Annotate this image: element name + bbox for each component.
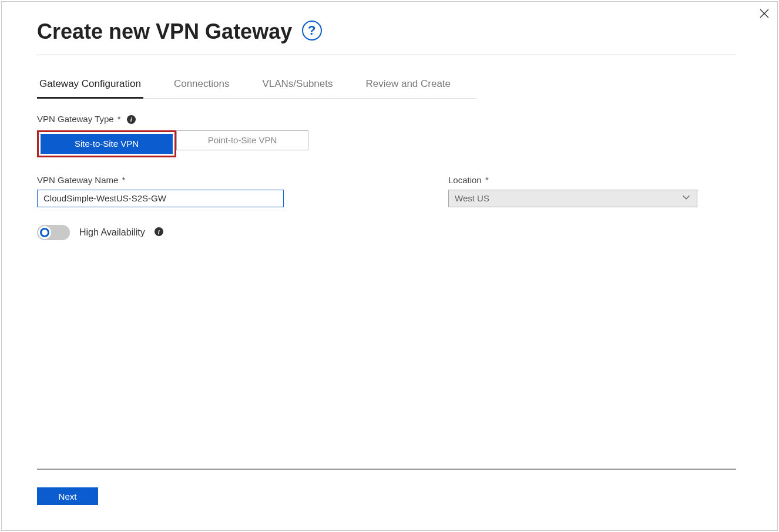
help-icon[interactable]: ? [302, 21, 322, 41]
location-label-text: Location [448, 175, 482, 185]
tab-vlans-subnets[interactable]: VLANs/Subnets [260, 78, 335, 99]
gateway-type-toggle: Site-to-Site VPN Point-to-Site VPN [37, 130, 736, 157]
gateway-name-label-text: VPN Gateway Name [37, 175, 118, 185]
required-asterisk: * [117, 114, 121, 124]
gateway-name-label: VPN Gateway Name * [37, 175, 284, 185]
page-title: Create new VPN Gateway [37, 19, 292, 44]
highlight-box: Site-to-Site VPN [37, 130, 176, 157]
high-availability-toggle[interactable] [37, 225, 70, 240]
tab-connections[interactable]: Connections [172, 78, 232, 99]
toggle-knob-icon [38, 226, 51, 239]
location-label: Location * [448, 175, 697, 185]
info-icon[interactable]: i [127, 115, 136, 124]
tab-gateway-configuration[interactable]: Gateway Configuration [37, 78, 143, 99]
gateway-type-label: VPN Gateway Type * i [37, 114, 736, 124]
footer-divider [37, 469, 736, 470]
location-select-value: West US [448, 190, 697, 207]
option-point-to-site-vpn[interactable]: Point-to-Site VPN [176, 130, 308, 150]
required-asterisk: * [485, 175, 489, 185]
info-icon[interactable]: i [155, 227, 163, 236]
location-select[interactable]: West US [448, 190, 697, 207]
next-button[interactable]: Next [37, 487, 98, 505]
gateway-name-input[interactable] [37, 190, 284, 207]
tab-review-and-create[interactable]: Review and Create [363, 78, 453, 99]
wizard-tabs: Gateway Configuration Connections VLANs/… [37, 78, 476, 99]
close-icon[interactable] [757, 6, 771, 21]
required-asterisk: * [122, 175, 126, 185]
create-vpn-gateway-dialog: Create new VPN Gateway ? Gateway Configu… [1, 1, 778, 531]
header-divider [37, 55, 736, 55]
option-site-to-site-vpn[interactable]: Site-to-Site VPN [41, 134, 173, 154]
gateway-type-label-text: VPN Gateway Type [37, 114, 114, 124]
high-availability-label: High Availability [79, 227, 145, 238]
